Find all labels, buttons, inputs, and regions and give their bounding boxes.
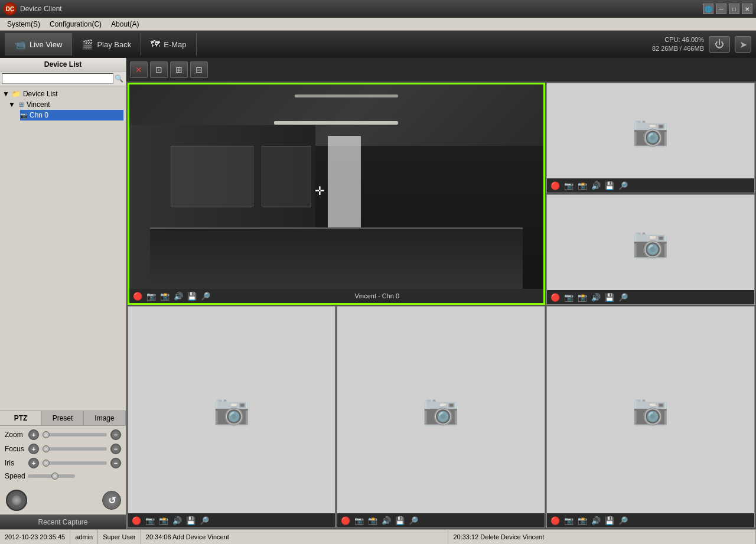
bottom-row: 📷 🔴 📷 📸 🔊 💾 🔎 [128,306,545,528]
shrink-button[interactable]: ⊡ [150,61,168,78]
focus-plus-button[interactable]: + [28,444,39,454]
cam-photo-button-2[interactable]: 📷 [563,180,575,191]
cam-record-button-5[interactable]: 🔴 [340,514,351,526]
cam-record-button-6[interactable]: 🔴 [549,514,561,526]
speed-slider[interactable] [28,474,75,478]
fullscreen-button[interactable]: ⊞ [170,61,188,78]
exit-button[interactable]: ➤ [735,36,751,53]
cam-zoom-button-5[interactable]: 🔎 [408,514,419,526]
cam-zoom-button-6[interactable]: 🔎 [617,514,629,526]
focus-minus-button[interactable]: − [110,444,121,454]
grid-button[interactable]: ⊟ [190,61,208,78]
cam-snap-button-2[interactable]: 📸 [576,180,588,191]
camera-cell-6[interactable]: 📷 🔴 📷 📸 🔊 💾 🔎 [546,306,755,528]
camera-cell-3[interactable]: 📷 🔴 📷 📸 🔊 💾 🔎 [546,194,755,305]
cam-save-button-3[interactable]: 💾 [604,291,615,303]
folder-icon: 📁 [12,90,21,98]
zoom-row: Zoom + − [5,429,121,440]
cam-zoom-button-1[interactable]: 🔎 [200,290,211,302]
camera-bottom-bar-4: 🔴 📷 📸 🔊 💾 🔎 [128,513,335,527]
cam-save-button-6[interactable]: 💾 [604,514,615,526]
camera-bottom-bar-2: 🔴 📷 📸 🔊 💾 🔎 [547,178,754,193]
cam-photo-button-6[interactable]: 📷 [563,514,575,526]
camera-placeholder-icon-4: 📷 [213,393,250,427]
speed-label: Speed [5,472,25,480]
power-button[interactable]: ⏻ [709,36,730,53]
cam-snap-button-5[interactable]: 📸 [367,514,379,526]
device-list-header: Device List [0,58,126,71]
focus-slider[interactable] [43,447,107,451]
cam-zoom-button-2[interactable]: 🔎 [617,180,629,191]
cam-snap-button-6[interactable]: 📸 [576,514,588,526]
tab-playback[interactable]: 🎬 Play Back [72,33,141,56]
cam-audio-button-5[interactable]: 🔊 [380,514,392,526]
search-button[interactable]: 🔍 [113,73,124,84]
cam-photo-button-5[interactable]: 📷 [353,514,365,526]
cam-placeholder-3: 📷 [547,195,754,290]
zoom-plus-button[interactable]: + [28,429,39,440]
cam-photo-button-3[interactable]: 📷 [563,291,575,303]
cam-save-button-5[interactable]: 💾 [394,514,406,526]
right-column-top: 📷 🔴 📷 📸 🔊 💾 🔎 [546,83,755,305]
camera-cell-5[interactable]: 📷 🔴 📷 📸 🔊 💾 🔎 [337,306,545,528]
cam-audio-button-2[interactable]: 🔊 [590,180,602,191]
camera-cell-2[interactable]: 📷 🔴 📷 📸 🔊 💾 🔎 [546,83,755,193]
cam-zoom-button-4[interactable]: 🔎 [198,514,210,526]
cam-record-button-1[interactable]: 🔴 [132,290,144,302]
tab-liveview[interactable]: 📹 Live View [5,33,72,56]
cam-record-button-3[interactable]: 🔴 [549,291,561,303]
focus-row: Focus + − [5,444,121,454]
cam-snap-button-1[interactable]: 📸 [159,290,171,302]
cam-save-button-1[interactable]: 💾 [186,290,198,302]
cam-photo-button-1[interactable]: 📷 [145,290,157,302]
camera-label-1: Vincent - Chn 0 [213,292,541,299]
tree-expand-icon: ▼ [8,100,15,109]
tree-leaf-chn0[interactable]: 📷 Chn 0 [20,110,123,120]
close-button[interactable]: ✕ [742,4,752,14]
tree-child-vincent[interactable]: ▼ 🖥 Vincent [8,99,123,110]
camera-cell-1[interactable]: ✛ 🔴 📷 📸 🔊 💾 🔎 Vincent - Chn 0 [128,83,545,305]
menu-configuration[interactable]: Configuration(C) [45,19,106,30]
search-input[interactable] [2,73,113,84]
recent-capture-button[interactable]: Recent Capture [0,514,126,529]
cam-audio-button-4[interactable]: 🔊 [171,514,183,526]
cam-photo-button-4[interactable]: 📷 [144,514,156,526]
restore-button[interactable]: □ [729,4,739,14]
cam-placeholder-4: 📷 [128,307,335,513]
tab-image[interactable]: Image [84,411,126,425]
cam-save-button-2[interactable]: 💾 [604,180,615,191]
ptz-joystick[interactable] [6,490,27,511]
tab-emap[interactable]: 🗺 E-Map [141,33,196,56]
left-panel: Device List 🔍 ▼ 📁 Device List ▼ 🖥 Vincen… [0,58,126,529]
cam-save-button-4[interactable]: 💾 [185,514,197,526]
iris-slider[interactable] [43,461,107,465]
cam-zoom-button-3[interactable]: 🔎 [617,291,629,303]
menu-about[interactable]: About(A) [106,19,144,30]
cam-audio-button-1[interactable]: 🔊 [172,290,184,302]
zoom-slider[interactable] [43,433,107,436]
tree-root[interactable]: ▼ 📁 Device List [2,89,123,99]
menu-system[interactable]: System(S) [2,19,45,30]
iris-minus-button[interactable]: − [110,458,121,468]
status-event1: 20:34:06 Add Device Vincent [141,530,449,544]
tab-ptz[interactable]: PTZ [0,411,42,425]
ptz-rotate-button[interactable]: ↺ [102,491,121,510]
close-stream-button[interactable]: ✕ [130,61,148,78]
cam-audio-button-3[interactable]: 🔊 [590,291,602,303]
cam-record-button-4[interactable]: 🔴 [131,514,142,526]
tab-preset[interactable]: Preset [42,411,84,425]
cam-snap-button-3[interactable]: 📸 [576,291,588,303]
ptz-cursor: ✛ [315,184,325,198]
cam-snap-button-4[interactable]: 📸 [158,514,170,526]
ptz-panel: PTZ Preset Image Zoom + − Focus + [0,411,126,514]
iris-plus-button[interactable]: + [28,458,39,468]
camera-cell-4[interactable]: 📷 🔴 📷 📸 🔊 💾 🔎 [128,306,335,528]
cam-audio-button-6[interactable]: 🔊 [590,514,602,526]
camera-video-5: 📷 [337,307,544,513]
iris-row: Iris + − [5,458,121,468]
cam-record-button-2[interactable]: 🔴 [549,180,561,191]
ptz-tabs: PTZ Preset Image [0,411,126,426]
zoom-minus-button[interactable]: − [110,429,121,440]
joystick-inner [12,496,21,505]
minimize-button[interactable]: ─ [716,4,726,14]
